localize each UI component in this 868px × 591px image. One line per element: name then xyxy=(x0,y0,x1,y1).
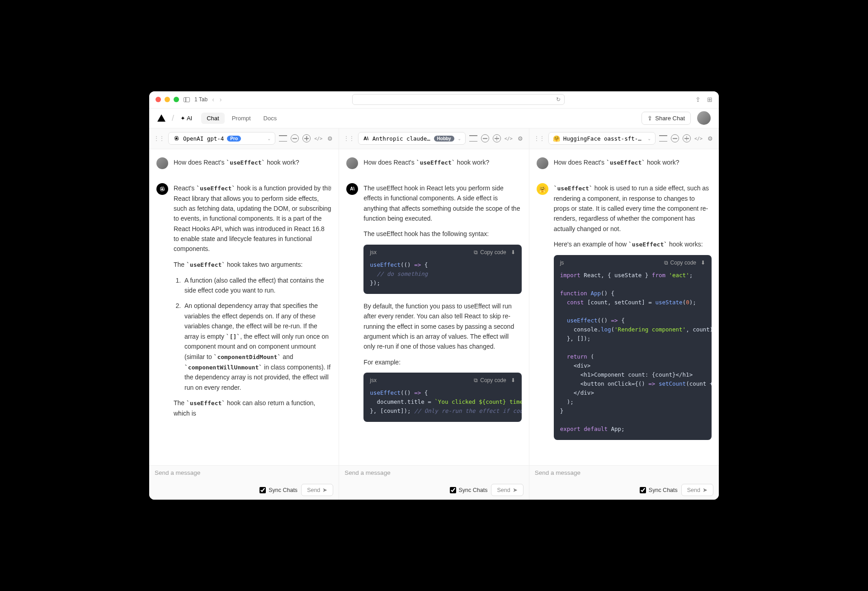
gear-icon[interactable] xyxy=(706,134,714,142)
code-content: useEffect(() => { document.title = `You … xyxy=(363,388,521,422)
share-icon[interactable]: ⇪ xyxy=(695,96,701,103)
remove-column-icon[interactable] xyxy=(291,134,299,142)
add-column-icon[interactable] xyxy=(683,134,691,142)
forward-icon[interactable]: › xyxy=(220,96,222,103)
sync-chats-toggle[interactable]: Sync Chats xyxy=(450,487,488,493)
assistant-message: ֎ ⧉ React's `useEffect` hook is a functi… xyxy=(156,183,331,424)
close-window-icon[interactable] xyxy=(156,97,161,102)
download-code-icon[interactable]: ⬇ xyxy=(701,259,705,267)
tab-docs[interactable]: Docs xyxy=(258,113,283,124)
copy-code-button[interactable]: ⧉ Copy code xyxy=(474,376,506,385)
share-label: Share Chat xyxy=(655,115,685,122)
send-button[interactable]: Send ➤ xyxy=(491,484,523,496)
reload-icon[interactable]: ↻ xyxy=(556,96,561,103)
message-input[interactable] xyxy=(344,469,523,479)
chat-messages: How does React's `useEffect` hook work? … xyxy=(339,149,528,465)
logo-icon[interactable] xyxy=(157,114,165,122)
sync-chats-toggle[interactable]: Sync Chats xyxy=(640,487,678,493)
user-message: How does React's `useEffect` hook work? xyxy=(537,157,712,173)
anthropic-icon: A\ xyxy=(363,135,369,142)
user-avatar-small xyxy=(346,157,358,169)
tab-chat[interactable]: Chat xyxy=(201,113,224,124)
sliders-icon[interactable] xyxy=(659,134,667,142)
code-icon[interactable] xyxy=(505,134,513,142)
question-text: How does React's `useEffect` hook work? xyxy=(174,157,331,168)
send-button[interactable]: Send ➤ xyxy=(301,484,333,496)
chevron-down-icon: ⌄ xyxy=(647,136,651,141)
copy-code-button[interactable]: ⧉ Copy code xyxy=(664,259,696,267)
user-avatar[interactable] xyxy=(697,111,711,125)
add-column-icon[interactable] xyxy=(302,134,311,142)
app-header: / ✦ AI Chat Prompt Docs ⇪ Share Chat xyxy=(149,109,719,128)
model-name-label: OpenAI gpt-4 xyxy=(183,135,224,142)
code-block: jsx ⧉ Copy code ⬇ useEffect(() => { docu… xyxy=(363,373,521,422)
add-column-icon[interactable] xyxy=(493,134,501,142)
gear-icon[interactable] xyxy=(516,134,524,142)
model-select[interactable]: 🤗 HuggingFace oasst-sft-4-pythia-12... ⌄ xyxy=(548,132,656,145)
model-selector-row: ⋮⋮ A\ Anthropic claude-v1 Hobby ⌄ xyxy=(339,128,528,149)
model-select[interactable]: ֎ OpenAI gpt-4 Pro ⌄ xyxy=(168,132,275,145)
drag-handle-icon[interactable]: ⋮⋮ xyxy=(344,135,354,142)
upload-icon: ⇪ xyxy=(647,115,652,122)
url-bar[interactable]: ↻ xyxy=(352,94,565,105)
chat-column-openai: ⋮⋮ ֎ OpenAI gpt-4 Pro ⌄ xyxy=(149,128,339,500)
chat-column-huggingface: ⋮⋮ 🤗 HuggingFace oasst-sft-4-pythia-12..… xyxy=(529,128,719,500)
code-block: js ⧉ Copy code ⬇ import React, { useStat… xyxy=(554,255,712,440)
user-message: How does React's `useEffect` hook work? xyxy=(156,157,331,173)
share-chat-button[interactable]: ⇪ Share Chat xyxy=(642,112,691,125)
sidebar-toggle-icon[interactable] xyxy=(184,97,190,102)
question-text: How does React's `useEffect` hook work? xyxy=(554,157,712,168)
download-code-icon[interactable]: ⬇ xyxy=(511,248,515,257)
send-button[interactable]: Send ➤ xyxy=(681,484,713,496)
gear-icon[interactable] xyxy=(326,134,334,142)
sliders-icon[interactable] xyxy=(469,134,477,142)
chevron-down-icon: ⌄ xyxy=(267,136,271,141)
send-icon: ➤ xyxy=(513,487,518,493)
anthropic-icon: A\ xyxy=(346,183,358,195)
user-avatar-small xyxy=(156,157,168,169)
sliders-icon[interactable] xyxy=(279,134,287,142)
copy-message-icon[interactable]: ⧉ xyxy=(327,183,331,193)
drag-handle-icon[interactable]: ⋮⋮ xyxy=(154,135,165,142)
message-input[interactable] xyxy=(535,469,713,479)
model-name-label: Anthropic claude-v1 xyxy=(373,135,431,142)
maximize-window-icon[interactable] xyxy=(174,97,179,102)
sync-checkbox[interactable] xyxy=(450,487,456,493)
model-select[interactable]: A\ Anthropic claude-v1 Hobby ⌄ xyxy=(358,132,465,145)
remove-column-icon[interactable] xyxy=(481,134,489,142)
huggingface-icon: 🤗 xyxy=(537,183,548,195)
copy-code-button[interactable]: ⧉ Copy code xyxy=(474,248,506,257)
download-code-icon[interactable]: ⬇ xyxy=(511,376,515,385)
sync-chats-toggle[interactable]: Sync Chats xyxy=(259,487,297,493)
list-item: An optional dependency array that specif… xyxy=(183,301,331,392)
openai-icon: ֎ xyxy=(173,135,180,142)
sync-checkbox[interactable] xyxy=(640,487,646,493)
tier-badge: Hobby xyxy=(434,136,454,142)
app-window: 1 Tab ‹ › ↻ ⇪ ⊞ / ✦ AI Chat Prompt Docs … xyxy=(149,91,719,500)
code-icon[interactable] xyxy=(694,134,703,142)
remove-column-icon[interactable] xyxy=(671,134,679,142)
list-item: A function (also called the effect) that… xyxy=(183,275,331,296)
code-content: import React, { useState } from 'eact'; … xyxy=(554,271,712,440)
breadcrumb-sep: / xyxy=(172,113,174,123)
model-selector-row: ⋮⋮ ֎ OpenAI gpt-4 Pro ⌄ xyxy=(149,128,339,149)
user-message: How does React's `useEffect` hook work? xyxy=(346,157,521,173)
chat-messages: How does React's `useEffect` hook work? … xyxy=(149,149,339,465)
nav-tabs: Chat Prompt Docs xyxy=(201,113,282,124)
message-input[interactable] xyxy=(155,469,333,479)
tab-prompt[interactable]: Prompt xyxy=(226,113,256,124)
tabs-grid-icon[interactable]: ⊞ xyxy=(707,96,712,103)
brand-label: ✦ AI xyxy=(180,115,192,122)
chat-columns: ⋮⋮ ֎ OpenAI gpt-4 Pro ⌄ xyxy=(149,128,719,500)
drag-handle-icon[interactable]: ⋮⋮ xyxy=(534,135,545,142)
minimize-window-icon[interactable] xyxy=(165,97,170,102)
code-block: jsx ⧉ Copy code ⬇ useEffect(() => { // d… xyxy=(363,245,521,294)
code-icon[interactable] xyxy=(314,134,322,142)
send-icon: ➤ xyxy=(703,487,708,493)
huggingface-icon: 🤗 xyxy=(553,135,560,142)
code-lang-label: jsx xyxy=(370,376,474,385)
back-icon[interactable]: ‹ xyxy=(212,96,214,103)
traffic-lights xyxy=(156,97,179,102)
openai-icon: ֎ xyxy=(156,183,168,195)
sync-checkbox[interactable] xyxy=(259,487,266,493)
